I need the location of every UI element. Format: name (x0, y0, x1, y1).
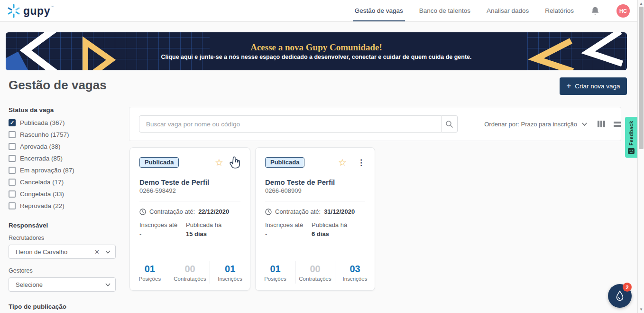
search-button[interactable] (442, 115, 458, 133)
status-badge: Publicada (139, 157, 179, 168)
chevron-down-icon (582, 123, 587, 126)
stat-positions: 01 Posições (130, 261, 170, 284)
card-divider (139, 201, 240, 201)
grid-view-icon[interactable] (598, 121, 605, 127)
stat-hires: 00 Contratações (170, 261, 210, 284)
feedback-tab[interactable]: Feedback (625, 117, 637, 158)
filters-sidebar: Status da vaga ✓ Publicada (367) ✓ Rascu… (9, 106, 118, 313)
hiring-deadline-date: 31/12/2020 (324, 208, 355, 215)
stat-hires: 00 Contratações (295, 261, 335, 284)
managers-label: Gestores (9, 267, 118, 274)
card-stats: 01 Posições 00 Contratações 01 Inscriçõe… (130, 261, 250, 284)
scroll-down-arrow[interactable]: ▼ (638, 307, 644, 312)
status-checkbox-publicada[interactable]: ✓ Publicada (367) (9, 119, 118, 126)
feedback-label: Feedback (628, 121, 634, 145)
scrollbar-thumb[interactable] (639, 7, 644, 149)
published-ago-value: 6 dias (312, 230, 358, 238)
published-ago-value: 15 dias (186, 230, 232, 238)
banner-subtitle: Clique aqui e junte-se a nós nesse espaç… (161, 54, 471, 60)
nav-banco-de-talentos[interactable]: Banco de talentos (419, 0, 470, 21)
checkbox: ✓ (9, 179, 16, 186)
logo-wordmark: gupy (23, 4, 50, 18)
status-badge: Publicada (265, 157, 304, 168)
top-navigation-bar: gupy ™ Gestão de vagas Banco de talentos… (0, 0, 637, 22)
job-code: 0266-598492 (139, 187, 240, 194)
nav-relatorios[interactable]: Relatórios (545, 0, 574, 21)
main-nav: Gestão de vagas Banco de talentos Analis… (355, 0, 630, 21)
gupy-starburst-icon (7, 4, 21, 18)
sort-dropdown[interactable]: Ordenar por: Prazo para inscrição (484, 121, 587, 128)
page-scrollbar[interactable]: ▲ ▼ (637, 0, 644, 313)
page-title: Gestão de vagas (9, 78, 107, 93)
subscriptions-until-label: Inscrições até (139, 221, 186, 229)
gupy-logo[interactable]: gupy ™ (7, 4, 54, 18)
status-checkbox-encerrada[interactable]: ✓ Encerrada (85) (9, 155, 118, 162)
status-filter-title: Status da vaga (9, 106, 118, 114)
publication-type-title: Tipo de publicação (9, 303, 118, 310)
favorite-star-icon[interactable]: ☆ (215, 158, 223, 167)
search-icon (445, 120, 453, 128)
plus-icon: + (566, 81, 571, 91)
hiring-deadline-label: Contratação até: (149, 208, 195, 215)
create-job-label: Criar nova vaga (575, 83, 620, 90)
subscriptions-until-label: Inscrições até (265, 221, 312, 229)
checkbox: ✓ (9, 119, 16, 126)
search-input[interactable] (139, 115, 442, 133)
checkbox: ✓ (9, 167, 16, 174)
view-toggles (598, 121, 621, 127)
hiring-deadline-date: 22/12/2020 (198, 208, 229, 215)
status-checkbox-em-aprovacao[interactable]: ✓ Em aprovação (87) (9, 167, 118, 174)
status-checkbox-cancelada[interactable]: ✓ Cancelada (17) (9, 179, 118, 186)
subscriptions-until-value: - (265, 230, 312, 238)
subscriptions-until-value: - (139, 230, 186, 238)
status-checkbox-rascunho[interactable]: ✓ Rascunho (1757) (9, 131, 118, 138)
sort-label: Ordenar por: Prazo para inscrição (484, 121, 577, 128)
stat-subscriptions: 01 Inscrições (210, 261, 250, 284)
kebab-menu-icon[interactable]: ⋮ (357, 159, 365, 167)
banner-text: Acesse a nova Gupy Comunidade! Clique aq… (6, 32, 627, 70)
favorite-star-icon[interactable]: ☆ (338, 158, 347, 167)
banner-title: Acesse a nova Gupy Comunidade! (250, 42, 382, 53)
scroll-up-arrow[interactable]: ▲ (638, 1, 644, 6)
clock-icon (265, 209, 272, 215)
notifications-bell-icon[interactable] (590, 6, 600, 16)
responsible-filter-title: Responsável (9, 222, 118, 229)
checkbox: ✓ (9, 190, 16, 198)
list-view-icon[interactable] (614, 122, 621, 127)
managers-selected-value: Selecione (16, 281, 105, 288)
published-ago-label: Publicada há (312, 221, 358, 229)
stat-positions: 01 Posições (256, 261, 295, 284)
recruiters-select[interactable]: Heron de Carvalho ✕ (9, 245, 116, 259)
gupy-comunidade-banner[interactable]: Acesse a nova Gupy Comunidade! Clique aq… (6, 32, 627, 70)
stat-subscriptions: 03 Inscrições (335, 261, 375, 284)
job-title: Demo Teste de Perfil (139, 178, 240, 186)
nav-analisar-dados[interactable]: Analisar dados (487, 0, 529, 21)
checkbox: ✓ (9, 155, 16, 162)
hiring-deadline-label: Contratação até: (275, 208, 321, 215)
job-code: 0266-608909 (265, 187, 365, 194)
status-checkbox-reprovada[interactable]: ✓ Reprovada (22) (9, 202, 118, 209)
nav-gestao-de-vagas[interactable]: Gestão de vagas (355, 0, 403, 21)
job-card[interactable]: Publicada ☆ Demo Teste de Perfil 0266-59… (129, 147, 250, 291)
clock-icon (139, 209, 146, 215)
checkbox: ✓ (9, 202, 16, 209)
job-card[interactable]: Publicada ☆ ⋮ Demo Teste de Perfil 0266-… (255, 147, 375, 291)
status-checkbox-congelada[interactable]: ✓ Congelada (33) (9, 190, 118, 198)
logo-trademark: ™ (50, 5, 54, 9)
status-checkbox-aprovada[interactable]: ✓ Aprovada (38) (9, 143, 118, 150)
checkbox: ✓ (9, 131, 16, 138)
managers-select[interactable]: Selecione (9, 277, 116, 292)
card-stats: 01 Posições 00 Contratações 03 Inscriçõe… (256, 261, 375, 284)
droplet-icon (615, 290, 625, 302)
checkbox: ✓ (9, 143, 16, 150)
clear-icon[interactable]: ✕ (94, 248, 100, 256)
job-title: Demo Teste de Perfil (265, 178, 365, 186)
user-avatar[interactable]: HC (616, 4, 630, 18)
jobs-toolbar: Ordenar por: Prazo para inscrição (129, 107, 621, 141)
card-divider (265, 201, 365, 201)
chevron-down-icon (105, 250, 110, 254)
create-job-button[interactable]: + Criar nova vaga (560, 77, 627, 95)
published-ago-label: Publicada há (186, 221, 232, 229)
chevron-down-icon (105, 283, 110, 286)
smiley-icon (628, 148, 635, 154)
